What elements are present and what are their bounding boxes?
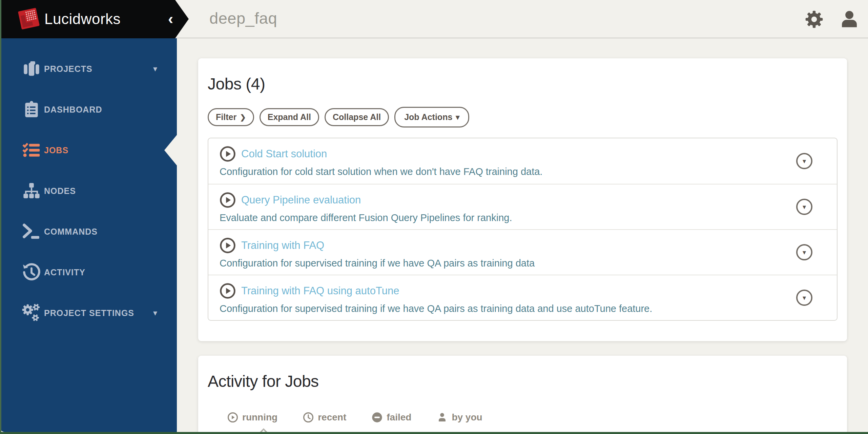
failed-icon [371,412,383,423]
activity-icon [21,262,42,283]
sidebar-item-nodes[interactable]: NODES [0,171,177,211]
run-job-play-button[interactable] [220,283,236,299]
projects-icon [21,58,42,79]
job-row: Cold Start solution Configuration for co… [208,138,837,184]
sidebar-item-jobs[interactable]: JOBS [0,130,177,171]
caret-down-icon: ▾ [803,157,806,165]
project-settings-icon [21,302,42,323]
sidebar: PROJECTS ▾ [0,38,177,432]
job-title-link[interactable]: Training with FAQ using autoTune [241,285,399,297]
chevron-down-icon: ▾ [153,64,157,74]
nodes-icon [21,180,42,201]
chevron-right-icon: ❯ [240,113,246,121]
job-description: Configuration for supervised training if… [220,303,837,314]
chevron-down-icon: ▾ [153,308,157,318]
collapse-all-button[interactable]: Collapse All [325,108,389,126]
run-job-play-button[interactable] [220,192,236,208]
tab-recent[interactable]: recent [303,412,346,423]
job-description: Configuration for cold start solution wh… [220,166,837,177]
job-actions-dropdown-button[interactable]: Job Actions ▾ [394,107,469,127]
main-content: Jobs (4) Filter ❯ Expand All Collapse Al… [177,39,868,434]
caret-down-icon: ▾ [803,294,806,302]
lucidworks-logo-icon [18,8,40,29]
user-account-button[interactable] [838,8,861,31]
run-job-play-button[interactable] [220,237,236,254]
by-you-icon [436,412,448,423]
app-screen: deep_faq [0,0,868,434]
jobs-icon [21,140,42,161]
screen-edge-bottom [0,432,868,434]
settings-gear-button[interactable] [803,8,825,31]
active-item-notch [164,135,177,165]
recent-icon [303,412,314,423]
running-icon [227,412,239,423]
tab-failed[interactable]: failed [371,412,411,423]
sidebar-collapse-chevron-icon[interactable]: ‹ [168,11,173,26]
jobs-list: Cold Start solution Configuration for co… [208,138,838,321]
activity-tabs: running recent [227,412,838,423]
job-expand-caret-button[interactable]: ▾ [796,290,812,306]
caret-down-icon: ▾ [803,248,806,256]
job-row: Training with FAQ using autoTune Configu… [208,275,837,320]
job-expand-caret-button[interactable]: ▾ [796,153,812,169]
sidebar-nav: PROJECTS ▾ [0,38,177,333]
job-description: Evaluate and compare different Fusion Qu… [220,212,837,223]
activity-panel-title: Activity for Jobs [208,372,838,391]
brand-name: Lucidworks [44,11,121,27]
activity-panel: Activity for Jobs running [198,356,847,434]
jobs-toolbar: Filter ❯ Expand All Collapse All Job Act… [208,107,838,127]
page-title: deep_faq [209,9,277,27]
filter-button[interactable]: Filter ❯ [208,108,254,126]
sidebar-item-activity[interactable]: ACTIVITY [0,252,177,293]
sidebar-item-dashboard[interactable]: DASHBOARD [0,89,177,130]
job-description: Configuration for supervised training if… [220,258,837,269]
run-job-play-button[interactable] [220,146,236,162]
job-title-link[interactable]: Cold Start solution [241,148,327,160]
job-expand-caret-button[interactable]: ▾ [796,199,812,215]
sidebar-item-projects[interactable]: PROJECTS ▾ [0,48,177,89]
job-row: Query Pipeline evaluation Evaluate and c… [208,184,837,229]
sidebar-item-commands[interactable]: COMMANDS [0,211,177,252]
job-expand-caret-button[interactable]: ▾ [796,244,812,260]
screen-edge-left [0,0,1,434]
jobs-panel-title: Jobs (4) [208,75,838,93]
dashboard-icon [21,99,42,120]
tab-running[interactable]: running [227,412,277,423]
tab-by-you[interactable]: by you [436,412,482,423]
brand-header: Lucidworks ‹ [0,0,189,38]
job-title-link[interactable]: Training with FAQ [241,239,324,252]
user-icon [839,9,860,30]
jobs-panel: Jobs (4) Filter ❯ Expand All Collapse Al… [198,58,847,341]
commands-icon [21,221,42,242]
caret-down-icon: ▾ [803,203,806,211]
caret-down-icon: ▾ [456,113,459,122]
job-title-link[interactable]: Query Pipeline evaluation [241,194,361,206]
sidebar-item-project-settings[interactable]: PROJECT SETTINGS ▾ [0,293,177,333]
topbar-icons [803,0,861,38]
expand-all-button[interactable]: Expand All [260,108,319,126]
job-row: Training with FAQ Configuration for supe… [208,229,837,275]
gear-icon [803,8,825,30]
